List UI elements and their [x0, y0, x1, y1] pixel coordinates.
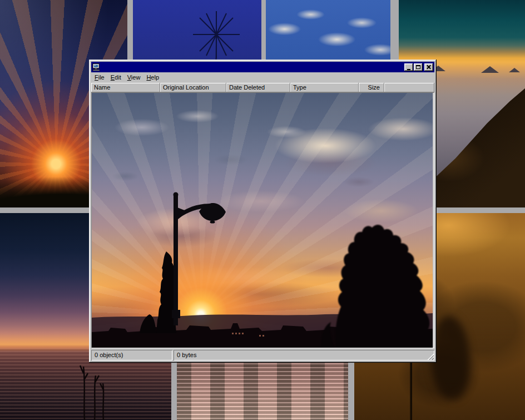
right-tree-silhouette — [321, 225, 433, 348]
maximize-button[interactable] — [414, 63, 423, 71]
recycle-bin-window: File Edit View Help Name Original Locati… — [89, 60, 437, 363]
island-silhouette — [509, 68, 520, 72]
close-icon — [427, 65, 431, 69]
status-size-text: 0 bytes — [177, 352, 196, 358]
street-lamp-silhouette — [172, 192, 226, 326]
menu-help[interactable]: Help — [143, 73, 162, 82]
resize-grip[interactable] — [427, 353, 434, 360]
blurred-tree-silhouette — [431, 316, 470, 399]
menu-file[interactable]: File — [92, 73, 108, 82]
column-header-date-deleted[interactable]: Date Deleted — [226, 83, 290, 92]
menu-edit[interactable]: Edit — [108, 73, 125, 82]
desktop: { "desktop": { "gap_color": "#a9a9ab", "… — [0, 0, 525, 420]
menu-view[interactable]: View — [125, 73, 144, 82]
photo-foreground — [92, 93, 433, 348]
column-header-size[interactable]: Size — [359, 83, 384, 92]
titlebar[interactable] — [91, 62, 434, 72]
column-header-original-location[interactable]: Original Location — [160, 83, 226, 92]
minimize-icon — [407, 69, 410, 70]
column-header-type[interactable]: Type — [290, 83, 359, 92]
statusbar: 0 object(s) 0 bytes — [91, 350, 434, 360]
close-button[interactable] — [424, 63, 433, 71]
status-object-count: 0 object(s) — [91, 350, 172, 360]
island-silhouette — [481, 66, 499, 73]
computer-icon — [92, 63, 101, 71]
minimize-button[interactable] — [404, 63, 413, 71]
folder-view[interactable] — [91, 92, 434, 348]
status-size-panel: 0 bytes — [174, 350, 434, 360]
column-headers: Name Original Location Date Deleted Type… — [91, 83, 434, 92]
column-header-filler — [384, 83, 434, 92]
maximize-icon — [416, 65, 420, 69]
column-header-name[interactable]: Name — [91, 83, 160, 92]
sunset-lamp-photo — [92, 93, 433, 348]
menubar: File Edit View Help — [91, 72, 434, 83]
